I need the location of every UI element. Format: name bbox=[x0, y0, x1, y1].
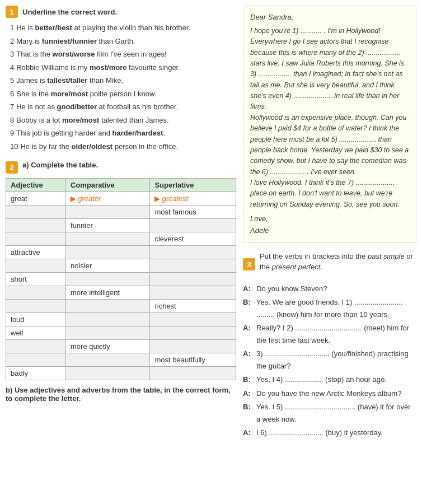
section2-header: 2 a) Complete the table. bbox=[6, 161, 236, 174]
dialogue-text: Yes. I 5) ..............................… bbox=[256, 401, 416, 426]
adj-cell bbox=[6, 300, 66, 313]
sup-cell bbox=[150, 246, 236, 259]
sup-cell: most beautifully bbox=[150, 353, 236, 367]
adj-cell: short bbox=[6, 273, 66, 286]
dialogue-text: 3) ................................ (you… bbox=[256, 348, 416, 372]
comp-cell bbox=[66, 326, 150, 340]
section2: 2 a) Complete the table. Adjective Compa… bbox=[6, 161, 236, 403]
comp-value: greater bbox=[78, 194, 101, 203]
speaker: A: bbox=[243, 388, 254, 400]
dialogue-line: A:3) ................................ (y… bbox=[243, 348, 416, 372]
section1-title: Underline the correct word. bbox=[22, 8, 117, 16]
exercise-item: 2Mary is funniest/funnier than Garth. bbox=[8, 36, 236, 47]
speaker: A: bbox=[243, 283, 254, 295]
section3-title: Put the verbs in brackets into the past … bbox=[260, 251, 416, 273]
sup-cell bbox=[150, 340, 236, 353]
sup-cell bbox=[150, 326, 236, 340]
section1-num: 1 bbox=[6, 6, 18, 18]
dialogue-line: B:Yes, I 4) ................... (stop) a… bbox=[243, 374, 416, 386]
adjective-table: Adjective Comparative Superlative great▶… bbox=[6, 178, 236, 380]
dialogue-text: Do you have the new Arctic Monkeys album… bbox=[256, 388, 416, 400]
arrow-icon: ▶ bbox=[71, 194, 76, 203]
bold-word: worst/worse bbox=[53, 50, 95, 58]
table-row: most famous bbox=[6, 206, 236, 219]
section2-num: 2 bbox=[6, 161, 18, 174]
table-row: badly bbox=[6, 367, 236, 380]
bold-word: more/most bbox=[62, 116, 99, 124]
table-row: short bbox=[6, 273, 236, 286]
section2-title: a) Complete the table. bbox=[22, 161, 98, 169]
table-row: attractive bbox=[6, 246, 236, 259]
exercise-item: 7He is not as good/better at football as… bbox=[8, 101, 236, 113]
dialogue: A:Do you know Steven?B:Yes. We are good … bbox=[243, 283, 416, 439]
dialogue-text: I 6) ........................... (buy) i… bbox=[256, 427, 416, 439]
table-row: well bbox=[6, 326, 236, 340]
comp-cell: more intelligent bbox=[66, 286, 150, 300]
dialogue-line: B:Yes. I 5) ............................… bbox=[243, 401, 416, 426]
bold-word: tallest/taller bbox=[47, 76, 87, 85]
sup-cell bbox=[150, 219, 236, 232]
sup-cell bbox=[150, 367, 236, 380]
section1: 1 Underline the correct word. 1He is bet… bbox=[6, 6, 236, 152]
letter-box: Dear Sandra, I hope you're 1) ..........… bbox=[243, 6, 416, 243]
dialogue-line: A:I 6) ........................... (buy)… bbox=[243, 427, 416, 439]
comp-cell bbox=[66, 246, 150, 259]
arrow-icon: ▶ bbox=[154, 194, 160, 203]
table-row: more quietly bbox=[6, 340, 236, 353]
exercise-item: 9This job is getting harder and harder/h… bbox=[8, 128, 236, 139]
adj-cell bbox=[6, 206, 66, 219]
bold-word: harder/hardest bbox=[112, 129, 163, 137]
dialogue-line: A:Do you know Steven? bbox=[243, 283, 416, 295]
letter-body: I hope you're 1) ........... . I'm in Ho… bbox=[250, 26, 409, 210]
item-num: 6 bbox=[10, 90, 14, 98]
sup-cell: cleverest bbox=[150, 232, 236, 246]
dialogue-line: A:Do you have the new Arctic Monkeys alb… bbox=[243, 388, 416, 400]
table-row: cleverest bbox=[6, 232, 236, 246]
adj-cell bbox=[6, 232, 66, 246]
bold-word: most/more bbox=[90, 63, 126, 72]
comp-cell: funnier bbox=[66, 219, 150, 232]
speaker: A: bbox=[243, 322, 254, 347]
left-column: 1 Underline the correct word. 1He is bet… bbox=[6, 6, 236, 440]
adj-cell: great bbox=[6, 192, 66, 206]
comp-cell: more quietly bbox=[66, 340, 150, 353]
comp-cell: ▶greater bbox=[66, 192, 150, 206]
adj-cell bbox=[6, 219, 66, 232]
col-adjective: Adjective bbox=[6, 179, 66, 192]
section2-note: b) Use adjectives and adverbs from the t… bbox=[6, 386, 236, 403]
item-num: 8 bbox=[10, 116, 14, 124]
letter-closing: Love, bbox=[250, 213, 409, 225]
section3-num: 3 bbox=[243, 258, 255, 270]
adj-cell bbox=[6, 286, 66, 300]
item-num: 9 bbox=[10, 129, 14, 137]
adj-cell: well bbox=[6, 326, 66, 340]
sup-cell: ▶greatest bbox=[150, 192, 236, 206]
letter-signature: Adele bbox=[250, 225, 409, 237]
comp-cell bbox=[66, 367, 150, 380]
adj-cell bbox=[6, 353, 66, 367]
exercise-item: 10He is by far the older/oldest person i… bbox=[8, 141, 236, 152]
sup-cell bbox=[150, 259, 236, 273]
exercise-item: 1He is better/best at playing the violin… bbox=[8, 22, 236, 34]
comp-cell bbox=[66, 353, 150, 367]
item-num: 5 bbox=[10, 76, 14, 85]
table-row: funnier bbox=[6, 219, 236, 232]
table-row: richest bbox=[6, 300, 236, 313]
adj-cell: badly bbox=[6, 367, 66, 380]
speaker: B: bbox=[243, 401, 254, 426]
dialogue-text: Do you know Steven? bbox=[256, 283, 416, 295]
adj-cell bbox=[6, 340, 66, 353]
item-num: 2 bbox=[10, 37, 14, 45]
table-row: great▶greater▶greatest bbox=[6, 192, 236, 206]
right-column: Dear Sandra, I hope you're 1) ..........… bbox=[243, 6, 416, 440]
comp-cell bbox=[66, 273, 150, 286]
speaker: B: bbox=[243, 374, 254, 386]
exercise-item: 6She is the more/most polite person I kn… bbox=[8, 88, 236, 100]
comp-cell bbox=[66, 206, 150, 219]
comp-cell bbox=[66, 313, 150, 326]
dialogue-line: B:Yes. We are good friends. I 1) .......… bbox=[243, 296, 416, 321]
table-row: more intelligent bbox=[6, 286, 236, 300]
item-num: 7 bbox=[10, 102, 14, 111]
sup-cell bbox=[150, 273, 236, 286]
table-row: loud bbox=[6, 313, 236, 326]
